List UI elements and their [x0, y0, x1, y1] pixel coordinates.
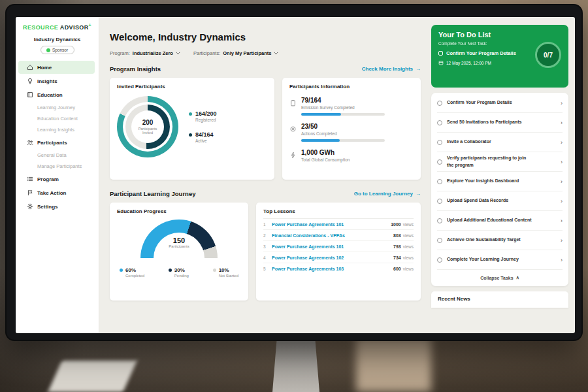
sidebar-item-program[interactable]: Program — [18, 172, 95, 186]
check-more-insights-link[interactable]: Check More Insights → — [362, 66, 421, 72]
sidebar-item-take-action[interactable]: Take Action — [18, 186, 95, 199]
sidebar-subitem-label: Learning Insights — [37, 127, 74, 133]
sidebar-item-learning-insights[interactable]: Learning Insights — [16, 124, 99, 135]
task-checkbox-icon[interactable] — [437, 140, 442, 145]
participants-filter-dropdown[interactable]: Participants: Only My Participants — [193, 50, 278, 56]
sidebar-item-settings[interactable]: Settings — [18, 200, 95, 213]
task-checkbox-icon[interactable] — [437, 101, 442, 106]
sidebar-item-manage-participants[interactable]: Manage Participants — [16, 161, 99, 172]
legend-value: 30% — [174, 267, 185, 273]
task-checkbox-icon[interactable] — [437, 120, 442, 125]
sidebar-item-participants[interactable]: Participants — [18, 136, 95, 149]
chevron-right-icon[interactable]: › — [561, 257, 563, 263]
clipboard-icon — [289, 97, 297, 105]
monitor-bezel: RESOURCE ADVISOR+ Industry Dynamics Spon… — [5, 4, 583, 341]
task-row-upload-spend-data[interactable]: Upload Spend Data Records › — [437, 191, 563, 211]
task-row-verify-participants[interactable]: Verify participants requesting to join t… — [437, 152, 563, 172]
chevron-right-icon[interactable]: › — [561, 100, 563, 106]
sponsor-icon — [46, 48, 50, 52]
lesson-link[interactable]: Power Purchase Agreements 101 — [272, 222, 391, 227]
chevron-right-icon[interactable]: › — [561, 159, 563, 165]
target-icon — [289, 123, 297, 131]
sidebar-item-education[interactable]: Education — [18, 88, 95, 101]
legend-item-not-started: 10% Not Started — [213, 267, 238, 278]
task-checkbox-icon[interactable] — [437, 218, 442, 223]
task-label: Send 50 Invitations to Participants — [447, 119, 521, 125]
logo-text-primary: RESOURCE — [23, 24, 58, 31]
dashboard-screen: RESOURCE ADVISOR+ Industry Dynamics Spon… — [16, 17, 575, 333]
sidebar-item-learning-journey[interactable]: Learning Journey — [16, 102, 99, 113]
donut-center-label: Participants Invited — [135, 127, 161, 135]
lesson-link[interactable]: Power Purchase Agreements 103 — [272, 267, 393, 271]
gauge-center-value: 150 — [140, 237, 218, 244]
sidebar-item-label: Take Action — [37, 190, 66, 196]
sidebar-subitem-label: Manage Participants — [37, 163, 82, 169]
task-row-achieve-target[interactable]: Achieve One Sustainability Target › — [437, 231, 563, 250]
task-row-confirm-program[interactable]: Confirm Your Program Details › — [437, 93, 563, 113]
lesson-link[interactable]: Power Purchase Agreements 102 — [272, 255, 393, 260]
invited-donut-chart: 200 Participants Invited — [117, 96, 178, 157]
todo-progress-value: 0/7 — [544, 52, 553, 59]
collapse-tasks-button[interactable]: Collapse Tasks ∧ — [437, 270, 563, 286]
task-row-complete-learning-journey[interactable]: Complete Your Learning Journey › — [437, 250, 563, 270]
lesson-rank: 1 — [263, 222, 272, 227]
chevron-right-icon[interactable]: › — [561, 218, 563, 224]
task-row-invite-collaborator[interactable]: Invite a Collaborator › — [437, 133, 563, 152]
task-checkbox-icon[interactable] — [437, 257, 442, 263]
todo-title: Your To Do List — [438, 31, 561, 39]
sidebar-item-insights[interactable]: Insights — [18, 74, 95, 88]
chevron-down-icon — [176, 52, 180, 55]
task-label: Upload Additional Educational Content — [447, 217, 532, 223]
logo-text-secondary: ADVISOR — [60, 24, 89, 31]
legend-value: 164/200 — [195, 110, 217, 117]
task-row-send-invitations[interactable]: Send 50 Invitations to Participants › — [437, 113, 563, 133]
card-title: Top Lessons — [263, 208, 414, 219]
lesson-link[interactable]: Financial Considerations - VPPAs — [272, 233, 393, 238]
filters-row: Program: Industrialize Zero Participants… — [110, 50, 421, 56]
sidebar-item-home[interactable]: Home — [18, 61, 95, 74]
task-label: Complete Your Learning Journey — [447, 256, 519, 263]
donut-center-value: 200 — [142, 119, 154, 126]
task-checkbox-icon[interactable] — [437, 238, 442, 243]
todo-summary-card: Your To Do List Complete Your Next Task:… — [431, 25, 568, 88]
legend-dot — [189, 112, 192, 116]
top-lessons-card: Top Lessons 1 Power Purchase Agreements … — [256, 203, 421, 301]
invited-participants-card: Invited Participants 200 Participants In… — [110, 78, 274, 180]
task-checkbox-icon[interactable] — [437, 179, 442, 184]
participants-filter-value: Only My Participants — [223, 50, 271, 56]
program-filter-dropdown[interactable]: Program: Industrialize Zero — [110, 50, 180, 56]
chevron-right-icon[interactable]: › — [561, 178, 563, 185]
task-label: Verify participants requesting to join t… — [447, 155, 533, 168]
sidebar-item-general-data[interactable]: General Data — [16, 150, 99, 161]
recent-news-title: Recent News — [438, 296, 470, 302]
background-light-band — [356, 336, 431, 392]
lesson-link[interactable]: Power Purchase Agreements 101 — [272, 244, 393, 249]
task-checkbox-icon[interactable] — [437, 159, 442, 165]
chevron-right-icon[interactable]: › — [561, 139, 563, 146]
lesson-views: 734 — [393, 255, 401, 260]
checkbox-icon[interactable] — [438, 51, 443, 56]
legend-item-active: 84/164 Active — [189, 131, 217, 143]
lesson-views-unit: views — [403, 255, 414, 260]
chevron-right-icon[interactable]: › — [561, 120, 563, 126]
bulb-icon — [27, 78, 33, 84]
lesson-row: 5 Power Purchase Agreements 103 600 view… — [263, 263, 414, 274]
sidebar-item-education-content[interactable]: Education Content — [16, 113, 99, 124]
todo-panel: Your To Do List Complete Your Next Task:… — [429, 17, 575, 333]
main-content: Welcome, Industry Dynamics Program: Indu… — [99, 17, 429, 333]
legend-item-pending: 30% Pending — [169, 267, 189, 278]
info-row-emission-survey: 79/164 Emission Survey Completed — [289, 97, 414, 116]
legend-value: 10% — [219, 267, 229, 273]
info-label: Emission Survey Completed — [301, 105, 385, 110]
chevron-right-icon[interactable]: › — [561, 237, 563, 244]
recent-news-header[interactable]: Recent News — [431, 291, 568, 308]
calendar-icon — [438, 60, 444, 65]
go-to-learning-journey-link[interactable]: Go to Learning Journey → — [354, 191, 421, 197]
legend-item-registered: 164/200 Registered — [189, 110, 217, 122]
task-row-upload-educational-content[interactable]: Upload Additional Educational Content › — [437, 211, 563, 231]
legend-value: 60% — [125, 267, 136, 273]
task-row-explore-insights[interactable]: Explore Your Insights Dashboard › — [437, 172, 563, 191]
todo-tasks-card: Confirm Your Program Details › Send 50 I… — [431, 93, 568, 286]
task-checkbox-icon[interactable] — [437, 199, 442, 204]
chevron-right-icon[interactable]: › — [561, 198, 563, 204]
